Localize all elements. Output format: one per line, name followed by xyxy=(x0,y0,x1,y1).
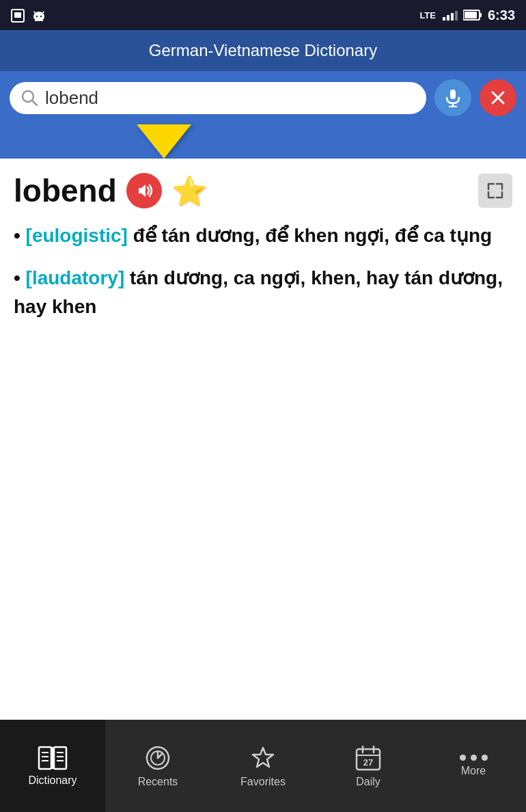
svg-rect-14 xyxy=(450,90,456,99)
status-bar: LTE 6:33 xyxy=(0,0,526,30)
svg-line-13 xyxy=(32,100,37,105)
yellow-arrow xyxy=(137,124,191,159)
search-bar xyxy=(0,71,526,124)
recents-icon xyxy=(144,744,171,772)
svg-line-6 xyxy=(42,12,44,14)
bottom-nav: Dictionary Recents Favorites 27 Daily xyxy=(0,720,526,812)
definition-1: • [eulogistic] để tán dương, để khen ngợ… xyxy=(14,221,512,250)
svg-point-4 xyxy=(40,16,42,17)
word-title: lobend xyxy=(14,172,117,209)
svg-rect-1 xyxy=(14,12,21,18)
svg-marker-31 xyxy=(253,748,273,767)
search-input[interactable] xyxy=(45,87,415,109)
android-icon xyxy=(31,8,46,23)
clear-button[interactable] xyxy=(480,79,516,116)
favorites-icon xyxy=(249,744,277,772)
battery-icon xyxy=(463,10,482,21)
svg-rect-7 xyxy=(35,19,37,21)
category-2[interactable]: [laudatory] xyxy=(26,267,125,288)
svg-rect-8 xyxy=(41,19,43,21)
nav-label-dictionary: Dictionary xyxy=(28,774,77,787)
daily-icon: 27 xyxy=(355,744,382,772)
nav-item-favorites[interactable]: Favorites xyxy=(210,720,316,812)
nav-label-favorites: Favorites xyxy=(240,776,286,788)
svg-line-5 xyxy=(34,12,36,14)
app-header: German-Vietnamese Dictionary xyxy=(0,30,526,71)
arrow-container xyxy=(0,124,526,159)
nav-label-more: More xyxy=(461,765,486,777)
svg-rect-11 xyxy=(480,13,482,17)
nav-label-daily: Daily xyxy=(356,776,380,788)
nav-item-daily[interactable]: 27 Daily xyxy=(316,720,421,812)
nav-item-more[interactable]: More xyxy=(421,720,526,812)
search-input-wrapper xyxy=(10,82,426,114)
status-bar-right: LTE 6:33 xyxy=(419,8,515,23)
favorite-star[interactable]: ⭐ xyxy=(171,174,207,208)
bullet-1: • xyxy=(14,225,26,246)
more-dots-icon xyxy=(460,755,488,761)
word-header: lobend ⭐ xyxy=(14,172,512,209)
signal-icon xyxy=(443,10,458,21)
expand-icon xyxy=(486,181,505,200)
nav-label-recents: Recents xyxy=(138,776,178,788)
close-icon xyxy=(490,90,506,106)
definition-line-2: • [laudatory] tán dương, ca ngợi, khen, … xyxy=(14,264,512,321)
clock-time: 6:33 xyxy=(488,8,515,23)
definition-text-1: để tán dương, để khen ngợi, để ca tụng xyxy=(128,225,492,246)
mic-button[interactable] xyxy=(434,79,471,116)
svg-rect-10 xyxy=(465,12,477,18)
app-title: German-Vietnamese Dictionary xyxy=(149,41,377,60)
expand-button[interactable] xyxy=(478,174,512,208)
sound-button[interactable] xyxy=(126,173,162,208)
status-bar-left xyxy=(11,8,46,23)
definition-2: • [laudatory] tán dương, ca ngợi, khen, … xyxy=(14,264,512,321)
svg-rect-21 xyxy=(54,747,66,769)
svg-rect-20 xyxy=(39,747,51,769)
bullet-2: • xyxy=(14,267,26,288)
category-1[interactable]: [eulogistic] xyxy=(26,225,128,246)
definition-line-1: • [eulogistic] để tán dương, để khen ngợ… xyxy=(14,221,512,250)
nav-item-recents[interactable]: Recents xyxy=(105,720,210,812)
sim-icon xyxy=(11,8,25,23)
mic-icon xyxy=(443,88,462,107)
nav-item-dictionary[interactable]: Dictionary xyxy=(0,720,105,812)
svg-point-3 xyxy=(36,16,38,17)
speaker-icon xyxy=(135,181,154,200)
content-area: lobend ⭐ • [eulogistic] để tán dương, để… xyxy=(0,159,526,733)
book-icon xyxy=(38,746,68,770)
lte-label: LTE xyxy=(419,10,436,21)
svg-text:27: 27 xyxy=(363,757,373,768)
search-icon xyxy=(20,89,38,107)
svg-marker-19 xyxy=(139,185,146,197)
